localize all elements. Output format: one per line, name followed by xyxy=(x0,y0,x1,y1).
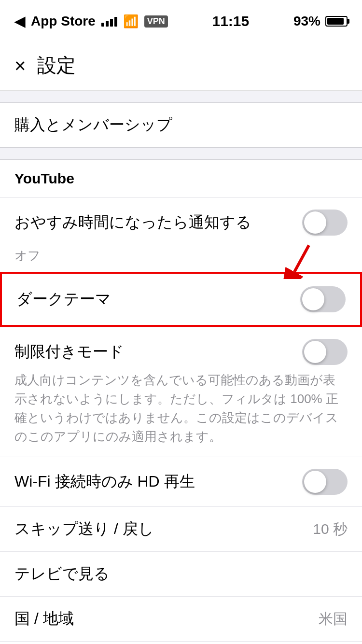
signal-bars-icon xyxy=(101,16,117,27)
close-button[interactable]: × xyxy=(14,56,26,75)
dark-theme-row: ダークテーマ xyxy=(0,272,362,327)
restricted-mode-row: 制限付きモード xyxy=(0,327,362,371)
statistics-row: 統計情報 xyxy=(0,641,362,644)
restricted-mode-description: 成人向けコンテンツを含んでいる可能性のある動画が表示されないようにします。ただし… xyxy=(0,371,362,457)
back-arrow-icon: ◀ xyxy=(14,14,25,29)
skip-forward-value: 10 秒 xyxy=(313,519,348,539)
region-row[interactable]: 国 / 地域 米国 xyxy=(0,596,362,641)
section-youtube: YouTube おやすみ時間になったら通知する オフ ダークテーマ xyxy=(0,159,362,644)
wifi-hd-toggle[interactable] xyxy=(302,469,348,495)
region-label: 国 / 地域 xyxy=(14,608,311,630)
purchase-row[interactable]: 購入とメンバーシップ xyxy=(0,103,362,147)
youtube-section-header: YouTube xyxy=(0,160,362,197)
skip-forward-label: スキップ送り / 戻し xyxy=(14,518,305,540)
status-left: ◀ App Store 📶 VPN xyxy=(14,14,168,29)
purchase-card: 購入とメンバーシップ xyxy=(0,102,362,148)
bedtime-notification-row: おやすみ時間になったら通知する xyxy=(0,197,362,247)
header: × 設定 xyxy=(0,42,362,91)
skip-forward-row[interactable]: スキップ送り / 戻し 10 秒 xyxy=(0,506,362,551)
page-title: 設定 xyxy=(37,52,76,79)
wifi-icon: 📶 xyxy=(123,14,139,29)
youtube-card: YouTube おやすみ時間になったら通知する オフ ダークテーマ xyxy=(0,159,362,644)
bedtime-toggle[interactable] xyxy=(302,210,348,236)
watch-on-tv-row[interactable]: テレビで見る xyxy=(0,551,362,596)
carrier-label: App Store xyxy=(31,14,96,29)
status-bar: ◀ App Store 📶 VPN 11:15 93% xyxy=(0,0,362,42)
battery-percent: 93% xyxy=(293,14,320,29)
region-value: 米国 xyxy=(319,609,348,629)
dark-theme-container: ダークテーマ xyxy=(0,272,362,327)
watch-on-tv-label: テレビで見る xyxy=(14,563,348,585)
dark-theme-toggle[interactable] xyxy=(300,286,346,312)
battery-icon xyxy=(325,16,348,27)
dark-theme-label: ダークテーマ xyxy=(16,289,300,310)
wifi-hd-label: Wi-Fi 接続時のみ HD 再生 xyxy=(14,471,302,492)
status-right: 93% xyxy=(293,14,348,29)
time-label: 11:15 xyxy=(212,13,250,29)
bedtime-subtext: オフ xyxy=(0,247,362,272)
wifi-hd-row: Wi-Fi 接続時のみ HD 再生 xyxy=(0,457,362,506)
section-purchase: 購入とメンバーシップ xyxy=(0,102,362,148)
restricted-mode-block: 制限付きモード 成人向けコンテンツを含んでいる可能性のある動画が表示されないよう… xyxy=(0,327,362,457)
bedtime-label: おやすみ時間になったら通知する xyxy=(14,212,302,233)
restricted-mode-label: 制限付きモード xyxy=(14,341,302,363)
purchase-label: 購入とメンバーシップ xyxy=(14,114,348,136)
vpn-badge: VPN xyxy=(144,15,168,28)
restricted-mode-toggle[interactable] xyxy=(302,339,348,365)
